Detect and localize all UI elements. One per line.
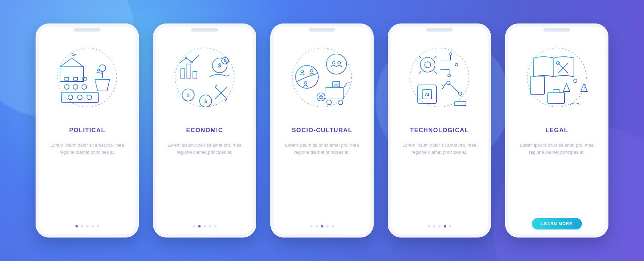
dot[interactable] [198, 225, 201, 227]
svg-rect-23 [82, 77, 86, 80]
screen-desc: Lorem ipsum dolor sit amet pro, mea regi… [162, 142, 248, 156]
screen-economic: $ % $ $ ECONOMIC [153, 23, 256, 238]
dot[interactable] [92, 225, 94, 227]
svg-point-24 [175, 48, 234, 107]
screen-title: TECHNOLOGICAL [410, 127, 469, 134]
onboarding-stage: POLITICAL Lorem ipsum dolor sit amet pro… [0, 0, 644, 261]
svg-point-82 [449, 53, 452, 55]
svg-text:000: 000 [333, 83, 338, 86]
dot[interactable] [214, 225, 217, 227]
svg-point-106 [527, 48, 586, 107]
dot[interactable] [321, 225, 323, 227]
svg-point-56 [326, 54, 346, 74]
dot[interactable] [209, 225, 211, 227]
svg-point-66 [327, 100, 331, 105]
screen-political: POLITICAL Lorem ipsum dolor sit amet pro… [36, 23, 139, 238]
dot[interactable] [449, 225, 451, 227]
screen-title: ECONOMIC [186, 127, 223, 134]
legal-icon [520, 43, 594, 117]
svg-line-52 [297, 77, 307, 82]
pagination-dots [75, 225, 99, 227]
svg-point-84 [448, 74, 450, 77]
pagination-dots [310, 225, 334, 227]
pagination-dots [428, 225, 451, 227]
dot[interactable] [204, 225, 206, 227]
svg-point-8 [99, 65, 106, 71]
screen-title: LEGAL [545, 127, 568, 134]
dot[interactable] [438, 225, 441, 227]
svg-point-73 [425, 62, 431, 68]
dot[interactable] [193, 225, 195, 227]
screen-desc: Lorem ipsum dolor sit amet pro, mea regi… [279, 142, 365, 156]
dot[interactable] [433, 225, 435, 227]
svg-point-54 [310, 69, 313, 72]
svg-text:$: $ [187, 93, 190, 98]
svg-point-83 [455, 63, 458, 66]
svg-rect-63 [325, 88, 344, 99]
svg-line-78 [419, 56, 421, 58]
screen-desc: Lorem ipsum dolor sit amet pro, mea regi… [44, 142, 130, 156]
screen-title: POLITICAL [69, 127, 105, 134]
svg-rect-21 [73, 77, 77, 80]
svg-rect-109 [530, 76, 544, 94]
economic-icon: $ % $ $ [168, 43, 241, 117]
svg-point-67 [338, 100, 343, 105]
svg-rect-27 [181, 69, 185, 78]
svg-point-16 [73, 85, 78, 89]
svg-point-12 [68, 95, 73, 100]
svg-text:%: % [224, 59, 227, 63]
dot[interactable] [444, 225, 446, 227]
svg-line-105 [444, 82, 447, 86]
svg-point-53 [301, 70, 304, 73]
dot[interactable] [86, 225, 89, 227]
svg-point-13 [77, 95, 82, 100]
svg-point-70 [317, 93, 325, 101]
dot[interactable] [310, 225, 313, 227]
svg-line-80 [419, 71, 421, 73]
svg-text:AI: AI [425, 92, 429, 97]
svg-point-72 [420, 57, 435, 72]
technological-icon: AI [402, 43, 476, 117]
screen-title: SOCIO-CULTURAL [292, 127, 352, 134]
svg-line-103 [449, 84, 459, 93]
svg-point-55 [304, 82, 307, 84]
svg-rect-11 [61, 92, 98, 102]
svg-point-15 [64, 85, 69, 89]
svg-point-17 [82, 85, 87, 89]
dot[interactable] [97, 225, 99, 227]
sociocultural-icon: 000 [285, 43, 359, 117]
svg-line-79 [434, 71, 436, 73]
svg-text:$: $ [204, 99, 207, 104]
political-icon [50, 43, 124, 117]
svg-line-51 [307, 73, 318, 77]
svg-point-104 [447, 81, 450, 85]
screen-sociocultural: 000 SOCIO-CULTURAL Lorem ipsum dolor sit… [270, 23, 374, 238]
svg-point-14 [87, 95, 92, 100]
svg-line-81 [434, 56, 436, 58]
dot[interactable] [326, 225, 329, 227]
dot[interactable] [316, 225, 318, 227]
svg-rect-114 [548, 92, 565, 104]
screen-desc: Lorem ipsum dolor sit amet pro, mea regi… [396, 142, 482, 156]
pagination-dots [193, 225, 217, 227]
learn-more-button[interactable]: LEARN MORE [532, 218, 582, 229]
svg-point-62 [338, 61, 340, 64]
svg-rect-100 [454, 102, 466, 106]
screen-technological: AI TECHNOLOGICAL Lorem ipsum dolor sit a… [388, 23, 491, 238]
svg-rect-28 [187, 64, 191, 78]
svg-point-10 [97, 69, 99, 71]
svg-rect-29 [193, 71, 197, 78]
svg-text:$: $ [218, 63, 221, 68]
dot[interactable] [332, 225, 334, 227]
dot[interactable] [428, 225, 430, 227]
screen-legal: LEGAL Lorem ipsum dolor sit amet pro, me… [505, 23, 608, 238]
svg-point-61 [332, 61, 335, 64]
dot[interactable] [75, 225, 78, 227]
dot[interactable] [81, 225, 83, 227]
screen-desc: Lorem ipsum dolor sit amet pro, mea regi… [514, 142, 600, 156]
